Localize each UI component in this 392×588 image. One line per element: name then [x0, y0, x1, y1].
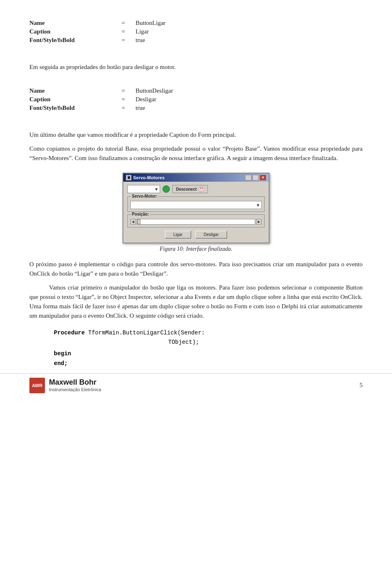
win-bottom-btns: Ligar Desligar — [127, 231, 265, 238]
win-desligar-btn[interactable]: Desligar — [195, 231, 227, 238]
win-posicao-group: Posição: ◄ ► — [127, 214, 265, 227]
code-begin-keyword: begin — [54, 350, 71, 357]
prop-name-5: Caption — [29, 96, 111, 103]
code-procedure-name: TformMain.ButtonLigarClick(Sender: — [88, 330, 205, 336]
prop-row-name1: Name = ButtonLigar — [29, 20, 363, 27]
win-connect-btn[interactable] — [163, 185, 170, 193]
prop-equals-1: = — [111, 20, 136, 27]
win-servo-combo-row: ▼ — [130, 201, 262, 209]
para1-text: Como copiamos o projeto do tutorial Base… — [29, 144, 363, 163]
prop-name-6: Font/Style/fsBold — [29, 105, 111, 111]
prop-row-bold1: Font/Style/fsBold = true — [29, 37, 363, 44]
prop-row-caption1: Caption = Ligar — [29, 28, 363, 35]
prop-value-4: ButtonDesligar — [136, 87, 363, 94]
prop-value-5: Desligar — [136, 96, 363, 103]
prop-equals-6: = — [111, 105, 136, 111]
win-titlebar: 🖥 Servo-Motores _ □ ✕ — [123, 174, 269, 182]
win-maximize-btn[interactable]: □ — [252, 175, 259, 180]
win-close-btn[interactable]: ✕ — [260, 175, 266, 180]
win-servo-combo-arrow: ▼ — [256, 203, 260, 207]
win-form: 🖥 Servo-Motores _ □ ✕ ▼ — [122, 173, 270, 243]
win-servo-group: Servo-Motor: ▼ — [127, 196, 265, 212]
win-clock-icon: ⏰ — [198, 186, 204, 192]
footer-page-number: 5 — [360, 382, 363, 389]
code-block: Procedure TformMain.ButtonLigarClick(Sen… — [54, 328, 363, 369]
figure-caption: Figura 10: Interface finalizada. — [160, 246, 232, 252]
prop-row-name2: Name = ButtonDesligar — [29, 87, 363, 94]
code-line-begin: begin — [54, 349, 363, 359]
prop-name-4: Name — [29, 87, 111, 94]
footer: AWR Maxwell Bohr Instrumentação Eletrôni… — [0, 373, 392, 393]
footer-logo-text: Maxwell Bohr Instrumentação Eletrônica — [49, 378, 101, 392]
code-end-keyword: end; — [54, 360, 68, 367]
prop-value-1: ButtonLigar — [136, 20, 363, 27]
code-line-tobject: TObject); — [54, 338, 363, 347]
prop-row-caption2: Caption = Desligar — [29, 96, 363, 103]
prop-equals-4: = — [111, 87, 136, 94]
win-disconnect-btn[interactable]: Desconect ⏰ — [172, 185, 208, 193]
win-toolbar: ▼ Desconect ⏰ — [127, 185, 265, 193]
prop-name-2: Caption — [29, 28, 111, 35]
win-toolbar-combo[interactable]: ▼ — [127, 185, 160, 193]
win-titlebar-icon: 🖥 — [126, 175, 131, 180]
code-line-procedure: Procedure TformMain.ButtonLigarClick(Sen… — [54, 328, 363, 338]
prop-equals-2: = — [111, 28, 136, 35]
win-slider-right-arrow[interactable]: ► — [256, 219, 262, 225]
prop-name-3: Font/Style/fsBold — [29, 37, 111, 44]
win-posicao-label: Posição: — [131, 212, 150, 216]
code-line-end: end; — [54, 359, 363, 369]
prop-equals-5: = — [111, 96, 136, 103]
section1-props: Name = ButtonLigar Caption = Ligar Font/… — [29, 20, 363, 44]
win-servo-group-label: Servo-Motor: — [131, 194, 158, 198]
win-slider-track[interactable] — [137, 219, 255, 225]
prop-name-1: Name — [29, 20, 111, 27]
win-body: ▼ Desconect ⏰ Servo-Motor: ▼ — [123, 182, 269, 243]
win-servo-combo[interactable]: ▼ — [130, 201, 262, 209]
prop-value-3: true — [136, 37, 363, 44]
win-slider-left-arrow[interactable]: ◄ — [130, 219, 136, 225]
prop-value-2: Ligar — [136, 28, 363, 35]
prop-value-6: true — [136, 105, 363, 111]
code-procedure-keyword: Procedure — [54, 330, 85, 336]
win-titlebar-left: 🖥 Servo-Motores — [126, 175, 165, 180]
footer-logo: AWR Maxwell Bohr Instrumentação Eletrôni… — [29, 378, 101, 393]
win-toolbar-combo-arrow: ▼ — [154, 187, 158, 192]
para3-text: Vamos criar primeiro o manipulador do bo… — [29, 283, 363, 321]
win-controls: _ □ ✕ — [245, 175, 266, 180]
last-detail-text: Um último detalhe que vamos modificar é … — [29, 130, 363, 140]
footer-logo-name: Maxwell Bohr — [49, 378, 101, 387]
intro-text: Em seguida as propriedades do botão para… — [29, 62, 363, 72]
prop-row-bold2: Font/Style/fsBold = true — [29, 105, 363, 111]
footer-logo-badge: AWR — [29, 378, 45, 393]
win-slider-row: ◄ ► — [130, 219, 262, 225]
figure-container: 🖥 Servo-Motores _ □ ✕ ▼ — [29, 173, 363, 252]
win-disconnect-label: Desconect — [176, 187, 197, 192]
footer-logo-sub: Instrumentação Eletrônica — [49, 387, 101, 392]
code-tobject: TObject); — [168, 339, 199, 345]
para2-text: O próximo passo é implementar o código p… — [29, 260, 363, 279]
win-minimize-btn[interactable]: _ — [245, 175, 252, 180]
win-slider-thumb — [137, 219, 140, 224]
win-title-label: Servo-Motores — [133, 175, 165, 180]
prop-equals-3: = — [111, 37, 136, 44]
section2-props: Name = ButtonDesligar Caption = Desligar… — [29, 87, 363, 111]
win-ligar-btn[interactable]: Ligar — [165, 231, 191, 238]
